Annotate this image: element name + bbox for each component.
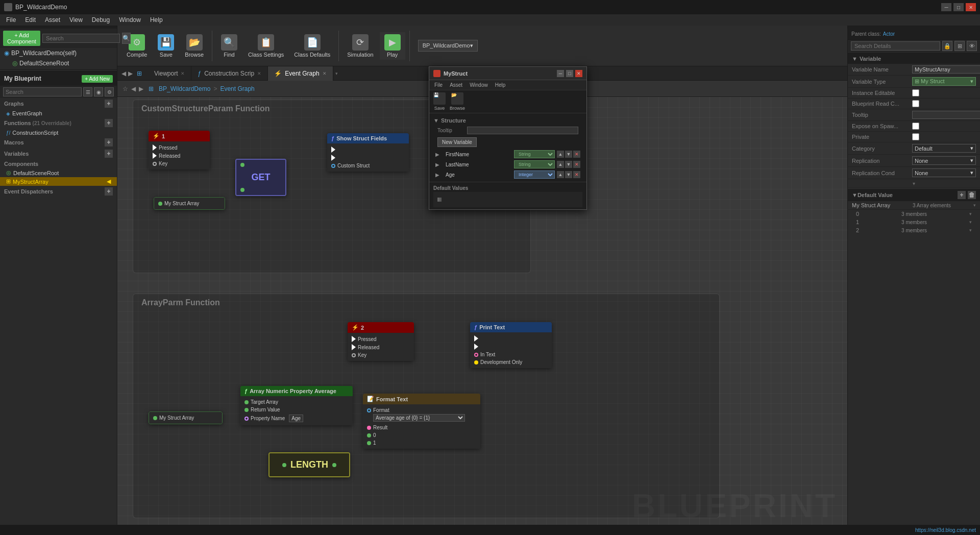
popup-menu-file[interactable]: File [431,82,446,88]
popup-close-btn[interactable]: ✕ [575,70,582,77]
field-type-select-1[interactable]: String [514,150,555,158]
popup-maximize-btn[interactable]: □ [566,70,573,77]
simulation-btn[interactable]: ⟳ Simulation [343,32,377,60]
expose-spawn-checkbox[interactable] [912,123,919,130]
field-expand-2[interactable]: ▶ [435,162,442,167]
popup-save-btn[interactable]: 💾 Save [433,92,446,111]
add-dispatcher-btn[interactable]: + [105,187,113,196]
browse-btn[interactable]: 📂 Browse [181,32,208,60]
my-struct-array-node-2[interactable]: My Struct Array [149,411,223,424]
field-down-3[interactable]: ▼ [565,171,572,178]
show-struct-fields-node[interactable]: ƒ Show Struct Fields Custom Struct [327,133,409,172]
field-down-2[interactable]: ▼ [565,161,572,168]
tab-viewport-close[interactable]: ✕ [181,71,185,76]
breadcrumb-back-btn[interactable]: ◀ [131,85,136,92]
add-graph-btn[interactable]: + [105,100,113,108]
my-blueprint-search-input[interactable] [3,87,82,96]
details-eye-btn[interactable]: 👁 [967,41,977,51]
my-struct-array-node-1[interactable]: My Struct Array [154,197,225,210]
field-up-2[interactable]: ▲ [557,161,564,168]
add-component-btn[interactable]: + Add Component [3,31,40,46]
get-node[interactable]: GET [235,159,286,196]
my-blueprint-filter-btn[interactable]: ☰ [83,87,92,96]
close-btn[interactable]: ✕ [966,3,976,11]
print-text-node[interactable]: ƒ Print Text In Text Development Only [470,322,552,368]
tab-viewport[interactable]: Viewport ✕ [148,66,191,81]
tab-event-graph[interactable]: ⚡ Event Graph ✕ [268,66,333,81]
field-expand-3[interactable]: ▶ [435,172,442,178]
popup-menu-help[interactable]: Help [492,82,509,88]
var-name-input[interactable] [912,65,980,74]
field-type-select-2[interactable]: String [514,160,555,168]
menu-window[interactable]: Window [115,15,145,25]
tab-construction-close[interactable]: ✕ [257,71,261,76]
add-new-btn[interactable]: + Add New [82,75,113,83]
my-blueprint-view-btn[interactable]: ◉ [94,87,103,96]
parent-class-value[interactable]: Actor [883,31,895,37]
details-search-input[interactable] [851,41,940,51]
menu-help[interactable]: Help [146,15,167,25]
popup-menu-window[interactable]: Window [467,82,491,88]
replication-dropdown[interactable]: None ▾ [912,156,976,165]
component-search-icon-btn[interactable]: 🔍 [122,33,131,44]
find-btn[interactable]: 🔍 Find [216,32,242,60]
popup-browse-btn[interactable]: 📂 Browse [450,92,465,111]
menu-debug[interactable]: Debug [88,15,114,25]
breadcrumb-root[interactable]: BP_WildcardDemo [159,85,210,92]
category-dropdown[interactable]: Default ▾ [912,144,976,153]
tab-construction[interactable]: ƒ Construction Scrip ✕ [191,66,268,81]
class-defaults-btn[interactable]: 📄 Class Defaults [290,32,334,60]
default-scene-root-item[interactable]: ◎ DefaultSceneRoot [0,168,117,177]
my-struct-array-item[interactable]: ⊞ MyStructArray ◀ [0,177,117,186]
nav-forward-btn[interactable]: ▶ [128,70,133,77]
class-settings-btn[interactable]: 📋 Class Settings [244,32,288,60]
tooltip-input[interactable] [467,127,578,134]
add-function-btn[interactable]: + [105,119,113,127]
instance-editable-checkbox[interactable] [912,89,919,96]
menu-file[interactable]: File [2,15,20,25]
field-delete-1[interactable]: ✕ [573,151,580,158]
var-type-dropdown[interactable]: ⊞ My Struct ▾ [912,77,976,86]
dv-2-arrow[interactable]: ▾ [969,228,972,233]
breadcrumb-current[interactable]: Event Graph [220,85,254,92]
field-delete-3[interactable]: ✕ [573,171,580,178]
menu-asset[interactable]: Asset [41,15,64,25]
tree-item-defaultsceneroot[interactable]: ◎ DefaultSceneRoot [0,58,117,68]
tab-event-close[interactable]: ✕ [323,71,327,76]
field-up-1[interactable]: ▲ [557,151,564,158]
dv-1-arrow[interactable]: ▾ [969,220,972,225]
menu-view[interactable]: View [65,15,87,25]
dv-collapse-icon[interactable]: ▾ [973,203,976,208]
bp-read-only-checkbox[interactable] [912,100,919,107]
event-node-2[interactable]: ⚡ 2 Pressed Released Key [348,322,414,361]
event-graph-item[interactable]: ◈ EventGraph [0,109,117,117]
component-search-input[interactable] [42,34,120,43]
tab-overflow-btn[interactable]: ▾ [335,71,338,76]
debug-filter-btn[interactable]: BP_WildcardDemo▾ [418,40,478,52]
details-grid-btn[interactable]: ⊞ [954,41,965,51]
add-macro-btn[interactable]: + [105,138,113,147]
home-icon[interactable]: ☆ [122,85,128,92]
dv-0-arrow[interactable]: ▾ [969,211,972,216]
length-node[interactable]: LENGTH [268,452,350,477]
replication-cond-dropdown[interactable]: None ▾ [912,168,976,177]
field-type-select-3[interactable]: Integer [514,171,555,179]
nav-back-btn[interactable]: ◀ [121,70,126,77]
tooltip-r-input[interactable] [912,111,980,119]
more-settings-arrow[interactable]: ▾ [913,181,915,186]
add-variable-btn[interactable]: + [105,150,113,158]
field-up-3[interactable]: ▲ [557,171,564,178]
menu-edit[interactable]: Edit [21,15,40,25]
popup-minimize-btn[interactable]: ─ [557,70,564,77]
popup-menu-asset[interactable]: Asset [447,82,465,88]
save-btn[interactable]: 💾 Save [153,32,179,60]
field-delete-2[interactable]: ✕ [573,161,580,168]
details-lock-btn[interactable]: 🔒 [942,41,952,51]
array-avg-node[interactable]: ƒ Array Numeric Property Average Target … [240,386,353,425]
dv-delete-btn[interactable]: 🗑 [968,191,976,199]
tree-item-self[interactable]: ◉ BP_WildcardDemo(self) [0,48,117,58]
event-node-1[interactable]: ⚡ 1 Pressed Released Key [149,131,210,169]
my-blueprint-settings-btn[interactable]: ⚙ [105,87,114,96]
format-text-node[interactable]: 📝 Format Text Format Average age of {0} … [363,394,480,449]
new-variable-btn[interactable]: New Variable [437,137,477,147]
